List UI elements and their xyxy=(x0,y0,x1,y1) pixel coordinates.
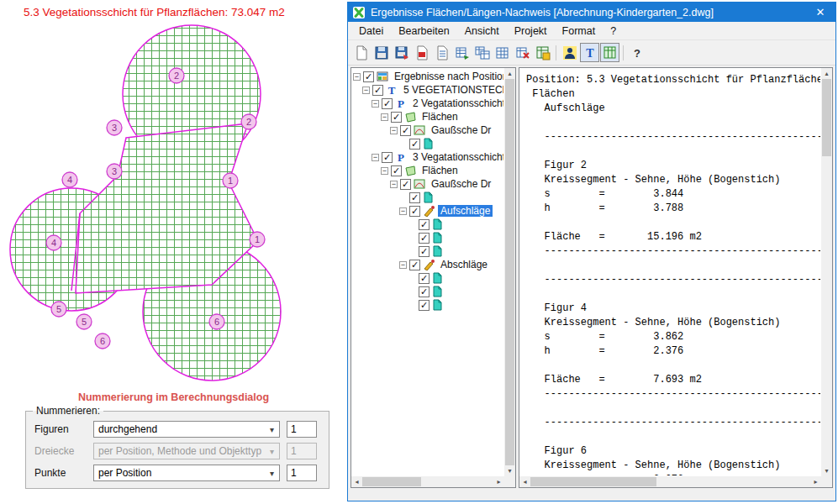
tree-item-gau-sche-dr[interactable]: −✓Gaußsche Dr xyxy=(353,123,503,137)
new-document-button[interactable] xyxy=(351,43,371,62)
collapse-expander-icon[interactable]: − xyxy=(353,73,361,81)
checkbox[interactable]: ✓ xyxy=(400,179,411,190)
T-icon: T xyxy=(386,84,398,96)
app-logo-icon xyxy=(352,6,366,19)
checkbox[interactable]: ✓ xyxy=(372,85,383,96)
numbering-form: Figurendurchgehend▾Dreieckeper Position,… xyxy=(26,418,329,484)
report-line xyxy=(526,259,820,273)
form-row-punkte: Punkteper Position▾ xyxy=(26,462,329,484)
figuren-dropdown[interactable]: durchgehend▾ xyxy=(93,421,280,438)
help-button[interactable]: ? xyxy=(627,43,646,62)
checkbox[interactable]: ✓ xyxy=(419,300,430,311)
scroll-left-button[interactable]: ◂ xyxy=(351,476,362,487)
menubar: DateiBearbeitenAnsichtProjektFormat? xyxy=(348,22,835,40)
tree-doc-item[interactable]: ✓ xyxy=(353,231,503,244)
report-vertical-scrollbar[interactable]: ▴ ▾ xyxy=(821,68,832,476)
tree-item-gau-sche-dr[interactable]: −✓Gaußsche Dr xyxy=(353,177,503,191)
tree-item-fl-chen[interactable]: −✓Flächen xyxy=(353,110,503,123)
svg-text:T: T xyxy=(388,84,396,96)
checkbox[interactable]: ✓ xyxy=(419,233,430,244)
checkbox[interactable]: ✓ xyxy=(391,165,402,176)
checkbox[interactable]: ✓ xyxy=(419,286,430,297)
collapse-expander-icon[interactable]: − xyxy=(372,100,379,108)
scrollbar-thumb[interactable] xyxy=(822,79,831,156)
checkbox[interactable]: ✓ xyxy=(409,192,420,203)
menu-item-datei[interactable]: Datei xyxy=(351,23,391,39)
punkte-dropdown[interactable]: per Position▾ xyxy=(93,465,280,481)
tree-item-abschl-ge[interactable]: −✓Abschläge xyxy=(353,258,503,271)
field-label: Punkte xyxy=(34,467,93,479)
report-horizontal-scrollbar[interactable]: ◂ ▸ xyxy=(519,476,821,487)
figuren-count-input[interactable] xyxy=(287,421,317,438)
text-format-button[interactable]: T xyxy=(580,43,599,62)
titlebar[interactable]: Ergebnisse Flächen/Längen-Nachweis [Abre… xyxy=(348,3,835,22)
checkbox[interactable]: ✓ xyxy=(391,112,402,123)
collapse-expander-icon[interactable]: − xyxy=(381,167,388,175)
tree-vertical-scrollbar[interactable]: ▴ ▾ xyxy=(504,68,515,476)
tree-doc-item[interactable]: ✓ xyxy=(353,298,503,312)
collapse-expander-icon[interactable]: − xyxy=(372,154,379,161)
tree-doc-item[interactable]: ✓ xyxy=(353,244,503,258)
menu-item-projekt[interactable]: Projekt xyxy=(507,23,555,39)
checkbox[interactable]: ✓ xyxy=(419,273,430,284)
scroll-up-button[interactable]: ▴ xyxy=(821,68,832,79)
contact-person-button[interactable] xyxy=(560,43,579,62)
checkbox[interactable]: ✓ xyxy=(409,139,420,150)
table-view-button[interactable] xyxy=(493,43,512,62)
checkbox[interactable]: ✓ xyxy=(382,98,393,109)
menu-item-format[interactable]: Format xyxy=(555,23,603,39)
tree-doc-item[interactable]: ✓ xyxy=(353,218,503,231)
collapse-expander-icon[interactable]: − xyxy=(390,127,398,134)
export-pdf-button[interactable] xyxy=(412,43,431,62)
scrollbar-thumb[interactable] xyxy=(362,477,421,486)
report-preview-button[interactable] xyxy=(432,43,451,62)
tree-item-5-vegetationstechn[interactable]: −✓T5 VEGETATIONSTECHN xyxy=(353,83,503,97)
table-delete-button[interactable] xyxy=(513,43,532,62)
tree-item-3-vegatationsschicht[interactable]: −✓P3 Vegatationsschicht xyxy=(353,150,503,164)
tree-doc-item[interactable]: ✓ xyxy=(353,191,503,204)
collapse-expander-icon[interactable]: − xyxy=(362,87,370,94)
collapse-expander-icon[interactable]: − xyxy=(399,261,407,269)
report-line: Kreissegment - Sehne, Höhe (Bogenstich) xyxy=(526,316,820,330)
checkbox[interactable]: ✓ xyxy=(419,219,430,230)
svg-text:4: 4 xyxy=(67,175,72,185)
punkte-count-input[interactable] xyxy=(287,465,317,481)
checkbox[interactable]: ✓ xyxy=(382,152,393,163)
tree-item-aufschl-ge[interactable]: −✓Aufschläge xyxy=(353,204,503,218)
scrollbar-thumb[interactable] xyxy=(505,79,514,465)
save-button[interactable] xyxy=(372,43,391,62)
tree-doc-item[interactable]: ✓ xyxy=(353,271,503,285)
checkbox[interactable]: ✓ xyxy=(400,125,411,136)
checkbox[interactable]: ✓ xyxy=(409,260,420,270)
tree-doc-item[interactable]: ✓ xyxy=(353,285,503,298)
export-excel-button[interactable] xyxy=(533,43,552,62)
table-copy-button[interactable] xyxy=(472,43,492,62)
menu-item-help[interactable]: ? xyxy=(603,23,624,39)
close-button[interactable]: ✕ xyxy=(805,3,835,22)
scroll-right-button[interactable]: ▸ xyxy=(810,476,821,487)
scroll-down-button[interactable]: ▾ xyxy=(821,465,832,476)
checkbox[interactable]: ✓ xyxy=(363,71,374,82)
tree-item-ergebnisse-nach-position-l[interactable]: −✓Ergebnisse nach Position, Lä xyxy=(353,70,503,83)
checkbox[interactable]: ✓ xyxy=(419,246,430,257)
scroll-up-button[interactable]: ▴ xyxy=(504,68,515,79)
collapse-expander-icon[interactable]: − xyxy=(390,181,398,188)
scroll-right-button[interactable]: ▸ xyxy=(493,476,504,487)
save-as-button[interactable] xyxy=(392,43,411,62)
tree-item-label: Gaußsche Dr xyxy=(429,178,493,190)
scrollbar-thumb[interactable] xyxy=(530,477,656,486)
scroll-left-button[interactable]: ◂ xyxy=(519,476,530,487)
tree-item-fl-chen[interactable]: −✓Flächen xyxy=(353,164,503,177)
collapse-expander-icon[interactable]: − xyxy=(399,207,407,215)
tree-horizontal-scrollbar[interactable]: ◂ ▸ xyxy=(351,476,504,487)
table-format-button[interactable] xyxy=(600,43,619,62)
table-export-button[interactable] xyxy=(452,43,472,62)
collapse-expander-icon[interactable]: − xyxy=(381,113,388,121)
text-format-icon: T xyxy=(582,45,598,60)
menu-item-bearbeiten[interactable]: Bearbeiten xyxy=(391,23,456,39)
scroll-down-button[interactable]: ▾ xyxy=(504,465,515,476)
menu-item-ansicht[interactable]: Ansicht xyxy=(457,23,507,39)
tree-doc-item[interactable]: ✓ xyxy=(353,137,503,150)
checkbox[interactable]: ✓ xyxy=(409,206,420,217)
tree-item-2-vegatationsschicht[interactable]: −✓P2 Vegatationsschicht xyxy=(353,97,503,110)
